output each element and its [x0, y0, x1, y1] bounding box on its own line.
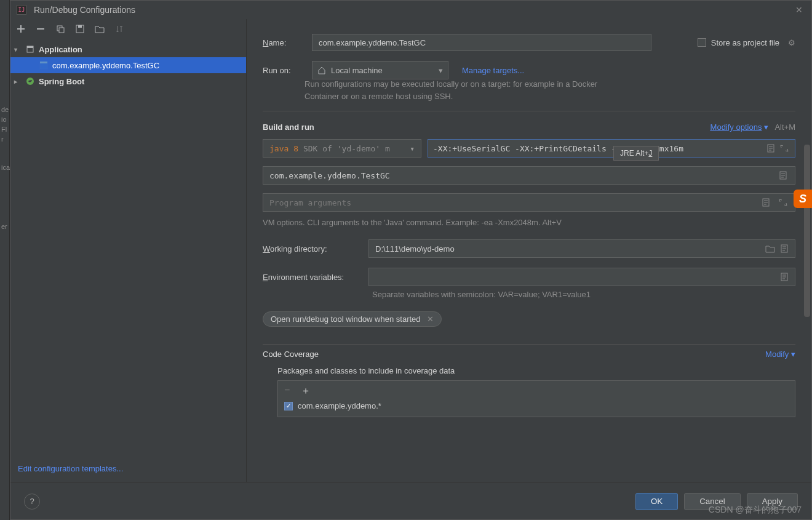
program-arguments-placeholder: Program arguments	[269, 198, 351, 207]
editor-icon[interactable]	[780, 273, 789, 281]
expand-icon[interactable]	[779, 198, 789, 207]
tree-node-testgc[interactable]: com.example.yddemo.TestGC	[10, 57, 246, 73]
sogou-ime-icon: S	[794, 190, 812, 208]
editor-icon[interactable]	[766, 144, 776, 153]
dialog-footer: ? OK Cancel Apply	[10, 482, 811, 520]
browse-folder-icon[interactable]	[765, 244, 775, 253]
run-debug-configurations-dialog: IJ Run/Debug Configurations ✕ ▾ Applicat…	[10, 0, 812, 520]
copy-icon[interactable]	[55, 23, 66, 34]
modify-shortcut: Alt+M	[774, 122, 795, 132]
jdk-name: java 8	[269, 144, 298, 153]
chevron-down-icon: ▾	[410, 144, 415, 153]
store-as-project-file[interactable]: Store as project file ⚙	[698, 38, 795, 47]
scrollbar-thumb[interactable]	[804, 145, 810, 317]
build-and-run-header: Build and run Modify options ▾ Alt+M	[263, 122, 795, 132]
working-dir-label: Working directory:	[263, 244, 355, 254]
tooltip-jre: JRE Alt+J	[613, 146, 659, 161]
name-input[interactable]	[312, 34, 651, 51]
run-on-label: Run on:	[263, 66, 298, 75]
editor-icon[interactable]	[779, 171, 789, 180]
main-class-input[interactable]: com.example.yddemo.TestGC	[263, 166, 795, 185]
packages-label: Packages and classes to include in cover…	[277, 366, 795, 375]
chevron-right-icon: ▸	[14, 78, 22, 85]
svg-rect-5	[27, 46, 33, 48]
main-class-value: com.example.yddemo.TestGC	[269, 171, 390, 180]
section-separator	[263, 111, 795, 111]
tree-node-spring-boot[interactable]: ▸ Spring Boot	[10, 73, 246, 89]
run-on-value: Local machine	[331, 66, 383, 75]
checkbox-checked-icon[interactable]: ✓	[284, 402, 293, 410]
sort-icon[interactable]	[114, 23, 125, 34]
save-icon[interactable]	[74, 23, 86, 34]
help-button[interactable]: ?	[24, 494, 40, 510]
tree-node-application[interactable]: ▾ Application	[10, 41, 246, 57]
remove-package-icon[interactable]: −	[284, 385, 290, 398]
add-icon[interactable]	[15, 23, 26, 34]
tree-label: Spring Boot	[39, 77, 84, 86]
dialog-title: Run/Debug Configurations	[34, 5, 793, 15]
tree-label: com.example.yddemo.TestGC	[52, 61, 159, 70]
editor-icon[interactable]	[780, 244, 789, 253]
config-sidebar: ▾ Application com.example.yddemo.TestGC …	[10, 19, 247, 482]
titlebar: IJ Run/Debug Configurations ✕	[10, 1, 811, 19]
svg-rect-1	[59, 28, 64, 33]
run-on-hint: Run configurations may be executed local…	[304, 78, 624, 102]
checkbox-icon[interactable]	[698, 38, 706, 47]
add-package-icon[interactable]: ＋	[301, 385, 311, 398]
jdk-sdk: SDK of 'yd-demo' m	[303, 144, 390, 153]
application-icon	[25, 44, 35, 54]
expand-icon[interactable]	[780, 144, 790, 153]
folder-icon[interactable]	[94, 23, 105, 34]
package-name: com.example.yddemo.*	[298, 401, 381, 410]
working-directory-input[interactable]: D:\111\demo\yd-demo	[368, 239, 795, 258]
remove-icon[interactable]	[35, 23, 46, 34]
chevron-down-icon: ▾	[439, 66, 443, 75]
svg-rect-7	[40, 62, 47, 63]
chip-label: Open run/debug tool window when started	[271, 314, 421, 324]
app-icon: IJ	[17, 5, 26, 15]
gear-icon[interactable]: ⚙	[788, 38, 795, 47]
ok-button[interactable]: OK	[635, 493, 678, 510]
code-coverage-header: Code Coverage Modify ▾	[263, 350, 795, 359]
working-directory-value: D:\111\demo\yd-demo	[375, 244, 455, 254]
java-run-icon	[39, 60, 49, 70]
config-tree: ▾ Application com.example.yddemo.TestGC …	[10, 39, 246, 458]
editor-icon[interactable]	[762, 198, 771, 207]
env-vars-hint: Separate variables with semicolon: VAR=v…	[372, 290, 795, 299]
sidebar-toolbar	[10, 19, 246, 39]
package-item[interactable]: ✓ com.example.yddemo.*	[284, 401, 789, 410]
svg-rect-3	[78, 25, 82, 28]
ide-left-gutter: de io Fl r ica er	[0, 0, 10, 520]
packages-list: − ＋ ✓ com.example.yddemo.*	[277, 380, 795, 417]
section-title: Build and run	[263, 122, 314, 132]
edit-templates-link[interactable]: Edit configuration templates...	[10, 458, 246, 482]
chevron-down-icon: ▾	[14, 46, 22, 53]
close-icon[interactable]: ✕	[793, 5, 805, 15]
vm-options-value: -XX:+UseSerialGC -XX:+PrintGCDetails -Xm…	[433, 144, 762, 153]
vm-options-hint: VM options. CLI arguments to the 'Java' …	[263, 218, 795, 227]
manage-targets-link[interactable]: Manage targets...	[462, 66, 524, 75]
tree-label: Application	[39, 45, 82, 54]
coverage-modify-link[interactable]: Modify ▾	[765, 350, 795, 359]
run-on-dropdown[interactable]: Local machine ▾	[312, 61, 448, 79]
program-arguments-input[interactable]: Program arguments	[263, 193, 795, 212]
vm-options-input[interactable]: -XX:+UseSerialGC -XX:+PrintGCDetails -Xm…	[428, 139, 795, 158]
home-icon	[317, 66, 326, 74]
env-vars-label: Environment variables:	[263, 273, 355, 282]
coverage-title: Code Coverage	[263, 350, 319, 359]
spring-icon	[25, 76, 35, 86]
env-vars-input[interactable]	[368, 268, 795, 286]
watermark: CSDN @奋斗的狍子007	[709, 505, 802, 516]
jre-dropdown[interactable]: java 8 SDK of 'yd-demo' m ▾	[263, 139, 421, 158]
option-chip-open-tool-window[interactable]: Open run/debug tool window when started …	[263, 311, 442, 327]
config-form: Name: Store as project file ⚙ Run on: Lo…	[247, 19, 811, 482]
remove-chip-icon[interactable]: ✕	[427, 314, 434, 324]
name-label: Name:	[263, 38, 298, 47]
chevron-down-icon: ▾	[764, 122, 768, 132]
section-separator	[263, 344, 795, 345]
modify-options-link[interactable]: Modify options ▾	[710, 122, 769, 132]
